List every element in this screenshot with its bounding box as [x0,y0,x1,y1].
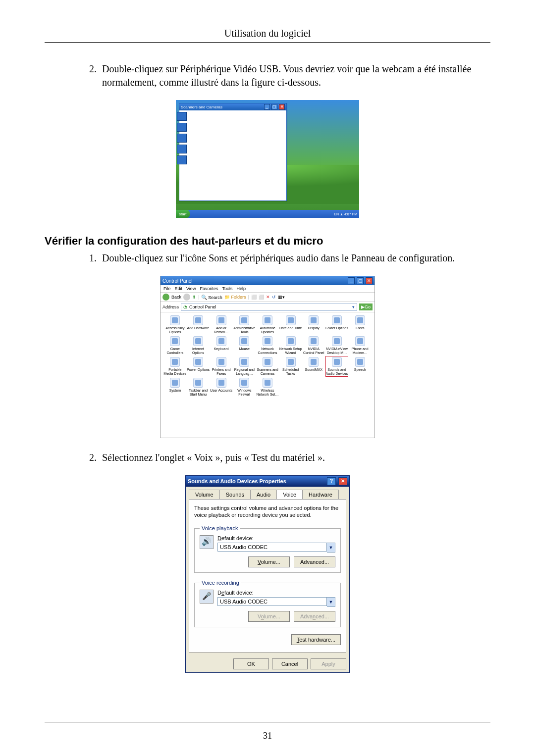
chevron-down-icon[interactable]: ▼ [327,543,335,553]
back-icon[interactable] [162,294,169,301]
playback-advanced-button[interactable]: Advanced... [294,556,335,567]
system-tray: EN ▲ 4:07 PM [332,212,359,216]
cp-icon[interactable]: Portable Media Devices [163,356,187,377]
desktop-icon[interactable] [177,134,187,143]
cp-icon[interactable]: Regional and Languag… [233,356,256,377]
start-button[interactable]: start [176,210,190,218]
cp-icon[interactable]: Taskbar and Start Menu [187,377,210,398]
cp-icon[interactable]: Keyboard [210,335,233,356]
cp-icon[interactable]: Mouse [233,335,256,356]
figure-sound-properties: Sounds and Audio Devices Properties ? ✕ … [185,475,350,673]
cp-item-label: Scheduled Tasks [279,368,302,376]
delete-icon[interactable]: ✕ [266,295,270,300]
cp-item-icon [193,357,203,367]
cp-item-label: System [169,389,181,393]
desktop-icon[interactable] [177,145,187,153]
test-hardware-button[interactable]: Test hardware... [291,634,341,645]
cp-item-icon [332,336,342,346]
cp-icon[interactable]: Internet Options [187,335,210,356]
search-button[interactable]: Search [201,295,222,300]
ok-button[interactable]: OK [233,658,269,669]
rule-top [45,42,490,43]
cp-item-icon [239,336,249,346]
chevron-down-icon[interactable]: ▼ [327,597,335,607]
tab-voice[interactable]: Voice [276,490,303,499]
go-button[interactable]: ▶ Go [359,303,373,310]
cp-item-icon [309,315,319,325]
cp-icon[interactable]: Automatic Updates [256,314,279,335]
cp-icon[interactable]: Power Options [187,356,210,377]
microphone-icon [200,590,214,604]
cp-icon[interactable]: Folder Options [325,314,349,335]
cp-icon[interactable]: Sounds and Audio Devices [325,356,349,377]
cp-icon[interactable]: Network Connections [256,335,279,356]
menu-favorites[interactable]: Favorites [200,286,218,291]
cp-item-icon [332,357,342,367]
cp-item-label: Mouse [239,347,250,351]
toolbar-icon[interactable]: ⬜ [259,295,264,300]
step-1-text: Double-cliquez sur l'icône Sons et périp… [99,252,490,265]
cp-icon[interactable]: Fonts [348,314,372,335]
back-label[interactable]: Back [171,295,181,300]
desktop-icon[interactable] [177,112,187,121]
cp-item-icon [332,315,342,325]
cp-icon[interactable]: Game Controllers [163,335,187,356]
tab-sounds[interactable]: Sounds [219,490,251,499]
cp-icon[interactable]: SoundMAX [302,356,325,377]
close-icon[interactable]: ✕ [338,477,347,485]
folders-button[interactable]: 📁 Folders [224,295,246,300]
cp-icon[interactable]: Scheduled Tasks [279,356,302,377]
cp-icon[interactable]: User Accounts [210,377,233,398]
minimize-icon[interactable]: _ [348,277,355,284]
up-icon[interactable]: ⬆ [192,295,196,300]
undo-icon[interactable]: ↺ [272,295,276,300]
minimize-icon[interactable]: _ [264,104,270,110]
cp-icon[interactable]: Windows Firewall [233,377,256,398]
menu-file[interactable]: File [163,286,171,291]
close-icon[interactable]: ✕ [366,277,373,284]
forward-icon[interactable] [183,294,190,301]
cp-icon[interactable]: Scanners and Cameras [256,356,279,377]
menu-help[interactable]: Help [236,286,246,291]
cp-icon[interactable]: System [163,377,187,398]
figure-desktop-screenshot: Scanners and Cameras _ ▢ ✕ start EN ▲ 4:… [176,100,359,218]
toolbar-icon[interactable]: ⬜ [251,295,257,300]
cp-icon[interactable]: Administrative Tools [233,314,256,335]
menu-tools[interactable]: Tools [222,286,232,291]
cp-item-icon [216,357,226,367]
cp-icon[interactable]: NVIDIA Control Panel [302,335,325,356]
cp-icon[interactable]: Printers and Faxes [210,356,233,377]
cp-icon[interactable]: Display [302,314,325,335]
cp-item-icon [239,378,249,388]
help-icon[interactable]: ? [327,477,336,485]
cp-icon[interactable]: Network Setup Wizard [279,335,302,356]
cp-item-icon [355,336,365,346]
playback-volume-button[interactable]: Volume... [248,556,290,567]
address-label: Address [162,304,179,309]
views-icon[interactable]: ▦▾ [278,295,285,300]
cp-icon[interactable]: NVIDIA nView Desktop M… [325,335,349,356]
menu-edit[interactable]: Edit [175,286,183,291]
recording-device-combo[interactable] [217,597,327,606]
cp-icon[interactable]: Phone and Modem… [348,335,372,356]
cp-icon[interactable]: Add or Remov… [210,314,233,335]
cp-icon[interactable]: Add Hardware [187,314,210,335]
desktop-icon[interactable] [177,155,187,164]
desktop-icon[interactable] [177,123,187,132]
menu-view[interactable]: View [186,286,196,291]
cancel-button[interactable]: Cancel [272,658,308,669]
tab-hardware[interactable]: Hardware [302,490,339,499]
cp-icon[interactable]: Wireless Network Set… [256,377,279,398]
voice-recording-legend: Voice recording [200,580,241,586]
address-field[interactable]: ◔ Control Panel ▾ [181,303,357,311]
cp-icon[interactable]: Date and Time [279,314,302,335]
tab-audio[interactable]: Audio [250,490,277,499]
cp-icon[interactable]: Speech [348,356,372,377]
playback-device-combo[interactable] [217,543,327,552]
close-icon[interactable]: ✕ [279,104,285,110]
tab-volume[interactable]: Volume [189,490,220,499]
maximize-icon[interactable]: ▢ [357,277,364,284]
figure-control-panel: Control Panel _ ▢ ✕ FileEditViewFavorite… [160,276,375,438]
maximize-icon[interactable]: ▢ [271,104,277,110]
cp-icon[interactable]: Accessibility Options [163,314,187,335]
